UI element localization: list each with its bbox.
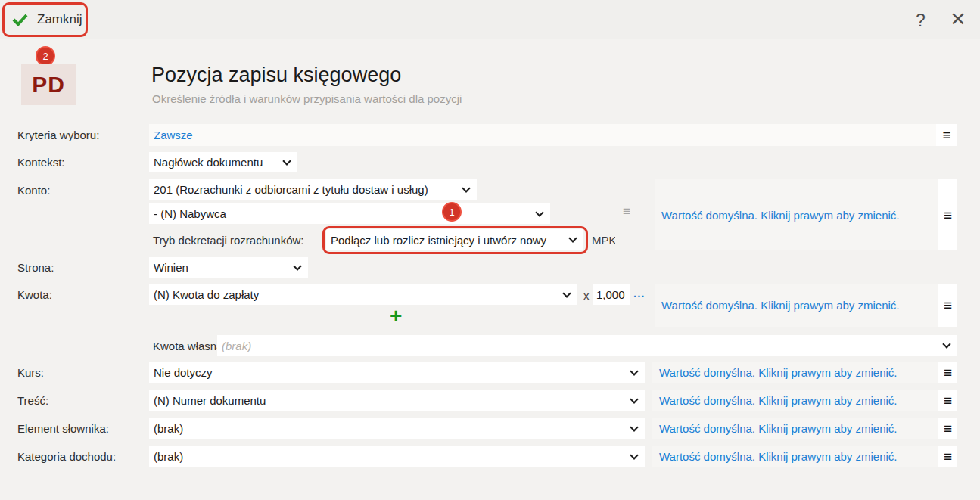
close-form-button[interactable]: Zamknij <box>12 9 82 30</box>
konto-default-menu-button[interactable]: ≡ <box>938 179 957 250</box>
konto-label: Konto: <box>17 184 50 197</box>
kurs-default-menu-button[interactable]: ≡ <box>938 362 957 383</box>
tresc-default-menu-button[interactable]: ≡ <box>938 390 957 411</box>
kategoria-default-value-panel[interactable]: Wartość domyślna. Kliknij prawym aby zmi… <box>652 446 938 467</box>
kwota-value: (N) Kwota do zapłaty <box>154 288 259 301</box>
kwota-dropdown[interactable]: (N) Kwota do zapłaty <box>149 284 577 305</box>
kwota-multiplier-x: x <box>583 289 590 302</box>
entry-type-logo: PD <box>21 64 76 105</box>
tresc-value: (N) Numer dokumentu <box>154 394 266 407</box>
kwota-default-value-panel[interactable]: Wartość domyślna. Kliknij prawym aby zmi… <box>655 284 938 327</box>
hamburger-icon: ≡ <box>944 421 952 436</box>
check-icon <box>12 14 28 26</box>
chevron-down-icon <box>630 451 638 459</box>
konto-analityka-value: - (N) Nabywca <box>154 207 226 220</box>
strona-label: Strona: <box>17 261 54 274</box>
chevron-down-icon <box>293 262 301 270</box>
page-subtitle: Określenie źródła i warunków przypisania… <box>152 92 462 105</box>
hamburger-icon: ≡ <box>942 128 950 142</box>
kontekst-label: Kontekst: <box>17 156 65 169</box>
kontekst-dropdown[interactable]: Nagłówek dokumentu <box>149 152 297 172</box>
hamburger-icon: ≡ <box>944 365 952 380</box>
konto-dropdown[interactable]: 201 (Rozrachunki z odbiorcami z tytułu d… <box>149 179 477 200</box>
konto-analityka-dropdown[interactable]: - (N) Nabywca <box>149 203 550 224</box>
kategoria-default-value-hint: Wartość domyślna. Kliknij prawym aby zmi… <box>659 450 898 463</box>
close-form-button-label: Zamknij <box>37 12 82 27</box>
chevron-down-icon <box>462 184 470 192</box>
hamburger-icon: ≡ <box>944 449 952 464</box>
tryb-dekretacji-value: Podłącz lub rozlicz istniejący i utwórz … <box>331 234 546 247</box>
kryteria-wyboru-field[interactable]: Zawsze <box>149 124 936 146</box>
mpk-label: MPK <box>592 234 615 249</box>
kurs-label: Kurs: <box>17 366 44 379</box>
annotation-badge-1: 1 <box>442 202 462 222</box>
tryb-dekretacji-dropdown[interactable]: Podłącz lub rozlicz istniejący i utwórz … <box>326 229 583 250</box>
kurs-dropdown[interactable]: Nie dotyczy <box>149 362 645 383</box>
tresc-dropdown[interactable]: (N) Numer dokumentu <box>149 390 645 411</box>
kwota-multiplier-value: 1,000 <box>596 288 625 301</box>
kryteria-wyboru-label: Kryteria wyboru: <box>17 129 99 141</box>
strona-value: Winien <box>154 261 188 274</box>
kurs-default-value-panel[interactable]: Wartość domyślna. Kliknij prawym aby zmi… <box>652 362 938 383</box>
kwota-wlasna-label: Kwota własna: <box>153 340 226 352</box>
kwota-more-button[interactable]: ... <box>633 287 646 300</box>
kategoria-dochodu-label: Kategoria dochodu: <box>17 450 116 463</box>
chevron-down-icon <box>562 289 571 297</box>
kategoria-dochodu-value: (brak) <box>154 450 183 463</box>
element-default-value-hint: Wartość domyślna. Kliknij prawym aby zmi… <box>659 422 898 435</box>
chevron-down-icon <box>282 157 291 165</box>
tresc-label: Treść: <box>17 394 48 407</box>
element-default-menu-button[interactable]: ≡ <box>938 418 957 439</box>
kwota-default-menu-button[interactable]: ≡ <box>938 284 957 327</box>
add-kwota-button[interactable]: + <box>390 306 402 327</box>
strona-dropdown[interactable]: Winien <box>149 257 308 278</box>
chevron-down-icon <box>630 395 638 403</box>
kwota-label: Kwota: <box>17 288 52 301</box>
chevron-down-icon <box>630 423 638 431</box>
kwota-wlasna-field[interactable]: (brak) <box>217 335 957 356</box>
konto-value: 201 (Rozrachunki z odbiorcami z tytułu d… <box>154 183 428 196</box>
tryb-dekretacji-label: Tryb dekretacji rozrachunków: <box>153 234 304 247</box>
kategoria-dochodu-dropdown[interactable]: (brak) <box>149 446 645 467</box>
hamburger-icon: ≡ <box>944 393 952 408</box>
kwota-default-value-hint: Wartość domyślna. Kliknij prawym aby zmi… <box>661 299 900 312</box>
element-slownika-dropdown[interactable]: (brak) <box>149 418 645 439</box>
chevron-down-icon <box>942 340 950 348</box>
window-close-icon[interactable]: × <box>950 4 966 33</box>
element-default-value-panel[interactable]: Wartość domyślna. Kliknij prawym aby zmi… <box>652 418 938 439</box>
kurs-default-value-hint: Wartość domyślna. Kliknij prawym aby zmi… <box>659 366 898 379</box>
konto-menu-icon[interactable]: ≡ <box>623 205 630 218</box>
chevron-down-icon <box>630 367 638 375</box>
help-icon[interactable]: ? <box>916 11 926 31</box>
toolbar <box>0 0 980 39</box>
kategoria-default-menu-button[interactable]: ≡ <box>938 446 957 467</box>
element-slownika-value: (brak) <box>154 422 183 435</box>
kwota-wlasna-placeholder: (brak) <box>222 340 251 352</box>
page-title: Pozycja zapisu księgowego <box>151 64 401 87</box>
kwota-multiplier-input[interactable]: 1,000 <box>593 284 630 305</box>
kurs-value: Nie dotyczy <box>154 366 213 379</box>
chevron-down-icon <box>535 208 543 216</box>
tresc-default-value-hint: Wartość domyślna. Kliknij prawym aby zmi… <box>659 394 898 407</box>
element-slownika-label: Element słownika: <box>17 422 109 435</box>
konto-default-value-hint: Wartość domyślna. Kliknij prawym aby zmi… <box>661 209 900 222</box>
hamburger-icon: ≡ <box>944 298 952 312</box>
chevron-down-icon <box>568 234 577 242</box>
tresc-default-value-panel[interactable]: Wartość domyślna. Kliknij prawym aby zmi… <box>652 390 938 411</box>
kryteria-wyboru-menu-button[interactable]: ≡ <box>936 124 957 146</box>
kontekst-value: Nagłówek dokumentu <box>154 156 263 169</box>
konto-default-value-panel[interactable]: Wartość domyślna. Kliknij prawym aby zmi… <box>655 179 938 250</box>
kryteria-wyboru-value: Zawsze <box>154 129 193 141</box>
hamburger-icon: ≡ <box>944 208 952 222</box>
